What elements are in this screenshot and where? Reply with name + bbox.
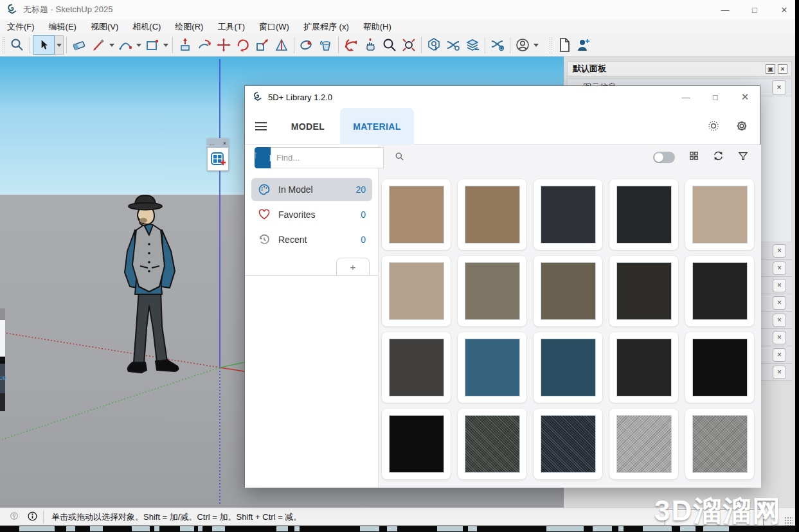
new-document-icon[interactable] (555, 35, 574, 55)
nav-in-model[interactable]: In Model 20 (251, 178, 372, 201)
zoom-tool-icon[interactable] (380, 35, 399, 55)
material-card-16[interactable] (382, 409, 451, 479)
paint-bucket-icon[interactable] (316, 35, 336, 55)
material-card-1[interactable] (382, 179, 451, 250)
menu-item-7[interactable]: 扩展程序 (x) (296, 21, 356, 33)
panel-close-icon[interactable]: × (773, 279, 786, 292)
rotate-tool-icon[interactable] (233, 35, 253, 55)
refresh-icon[interactable] (713, 150, 724, 164)
dialog-minimize-button[interactable]: — (671, 87, 701, 107)
panel-close-icon[interactable]: × (773, 348, 786, 362)
material-card-5[interactable] (685, 179, 754, 250)
menu-item-4[interactable]: 绘图(R) (168, 21, 210, 33)
material-card-2[interactable] (458, 179, 526, 250)
mini-toolbar-dots[interactable]: ... (210, 140, 215, 146)
tab-model[interactable]: MODEL (283, 108, 332, 145)
material-card-14[interactable] (609, 332, 678, 403)
tray-pin-icon[interactable]: ▣ (766, 64, 775, 74)
menu-item-5[interactable]: 工具(T) (210, 21, 252, 33)
statusbar-drag-handle[interactable] (364, 502, 368, 508)
menu-item-6[interactable]: 窗口(W) (252, 21, 296, 33)
extension-download-icon[interactable] (424, 35, 444, 55)
dialog-title-bar[interactable]: 5D+ Library 1.2.0 — □ ✕ (245, 86, 760, 108)
tab-material[interactable]: MATERIAL (340, 108, 414, 145)
material-card-6[interactable] (382, 256, 451, 326)
material-card-12[interactable] (458, 332, 526, 403)
material-card-3[interactable] (534, 179, 602, 250)
settings-gear-icon[interactable] (735, 120, 748, 135)
material-card-9[interactable] (609, 256, 678, 326)
menu-item-0[interactable]: 文件(F) (0, 21, 42, 33)
select-tool-button[interactable] (33, 35, 55, 55)
menu-item-8[interactable]: 帮助(H) (356, 21, 399, 33)
menu-item-2[interactable]: 视图(V) (84, 21, 125, 33)
material-card-7[interactable] (458, 256, 526, 326)
extension-mini-toolbar[interactable]: ... × (207, 138, 229, 171)
menu-item-1[interactable]: 编辑(E) (42, 21, 84, 33)
panel-close-icon[interactable]: × (773, 262, 786, 275)
material-card-13[interactable] (534, 332, 602, 403)
material-card-4[interactable] (609, 179, 678, 250)
material-card-15[interactable] (685, 332, 754, 403)
add-collection-button[interactable]: + (336, 258, 370, 276)
grid-view-icon[interactable] (689, 151, 699, 163)
arc-tool-dropdown[interactable] (136, 44, 141, 47)
scale-tool-icon[interactable] (253, 35, 272, 55)
lasso-tool-icon[interactable] (297, 35, 316, 55)
entity-info-close-icon[interactable]: × (772, 80, 786, 94)
material-card-8[interactable] (534, 256, 602, 326)
pan-tool-icon[interactable] (361, 35, 380, 55)
material-card-19[interactable] (609, 409, 678, 479)
material-card-11[interactable] (382, 332, 451, 403)
maximize-button[interactable]: □ (740, 0, 769, 19)
panel-close-icon[interactable]: × (773, 296, 786, 310)
menu-item-3[interactable]: 相机(C) (125, 21, 168, 33)
rectangle-tool-dropdown[interactable] (163, 44, 168, 47)
dialog-maximize-button[interactable]: □ (701, 87, 730, 107)
library-launcher-button[interactable] (208, 148, 228, 170)
material-card-20[interactable] (685, 409, 754, 479)
hamburger-menu-icon[interactable] (255, 122, 267, 130)
line-tool-icon[interactable] (89, 35, 108, 55)
rectangle-tool-icon[interactable] (143, 35, 162, 55)
extension-settings-icon[interactable] (488, 35, 507, 55)
mini-toolbar-close-icon[interactable]: × (223, 140, 226, 146)
dialog-close-button[interactable]: ✕ (730, 87, 760, 107)
info-icon[interactable] (27, 511, 38, 524)
account-dropdown[interactable] (534, 44, 539, 47)
orbit-tool-icon[interactable] (341, 35, 361, 55)
panel-close-icon[interactable]: × (773, 314, 786, 327)
panel-close-icon[interactable]: × (773, 244, 786, 258)
geolocation-icon[interactable] (9, 511, 19, 523)
extension-layers-icon[interactable] (463, 35, 482, 55)
person-figure[interactable] (116, 190, 193, 379)
theme-brightness-icon[interactable] (707, 120, 720, 135)
material-card-17[interactable] (458, 409, 526, 479)
zoom-extents-icon[interactable] (399, 35, 418, 55)
arc-tool-icon[interactable] (116, 35, 135, 55)
panel-close-icon[interactable]: × (773, 366, 786, 379)
resize-grip[interactable] (784, 517, 793, 526)
pushpull-tool-icon[interactable] (175, 35, 195, 55)
toolbar-drag-handle[interactable] (2, 37, 6, 53)
search-input[interactable] (271, 153, 395, 163)
extension-sync-icon[interactable] (444, 35, 463, 55)
material-card-10[interactable] (685, 256, 754, 326)
filter-funnel-icon[interactable] (738, 151, 748, 164)
nav-recent[interactable]: Recent 0 (251, 228, 372, 251)
panel-close-icon[interactable]: × (773, 331, 786, 344)
select-tool-dropdown[interactable] (55, 35, 64, 55)
minimize-button[interactable]: — (710, 0, 740, 19)
search-tool-icon[interactable] (8, 35, 27, 55)
tray-close-icon[interactable]: × (778, 64, 787, 74)
followme-tool-icon[interactable] (195, 35, 214, 55)
dimension-tool-icon[interactable] (272, 35, 291, 55)
material-card-18[interactable] (534, 409, 602, 479)
toolbar-drag-handle-2[interactable] (549, 37, 553, 53)
move-tool-icon[interactable] (214, 35, 233, 55)
view-toggle-switch[interactable] (653, 152, 675, 163)
add-person-icon[interactable] (574, 35, 593, 55)
account-icon[interactable] (513, 35, 532, 55)
search-icon[interactable] (395, 152, 409, 164)
eraser-tool-icon[interactable] (69, 35, 89, 55)
